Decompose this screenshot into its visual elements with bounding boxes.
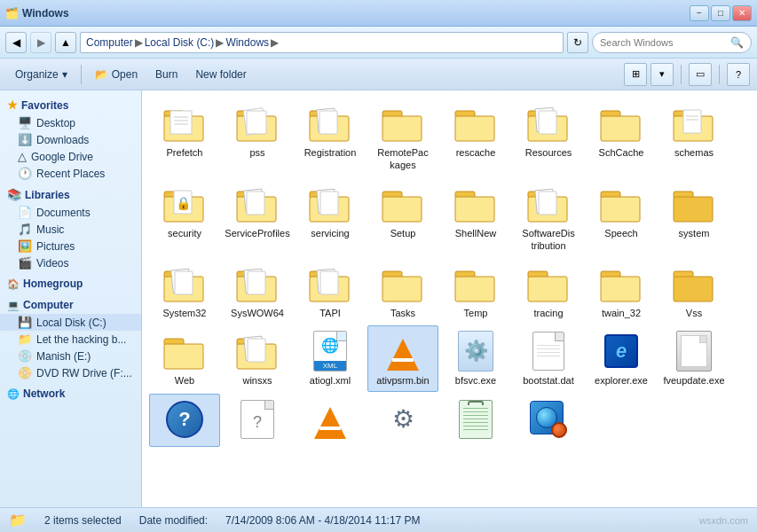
pss-icon [236,102,279,145]
file-item-explorer[interactable]: e explorer.exe [586,325,657,391]
svg-rect-15 [382,116,422,141]
computer-label: Computer [23,299,74,311]
file-item-system32[interactable]: System32 [149,258,220,324]
help-circle-icon: ? [166,401,203,438]
system32-icon [163,262,206,305]
sidebar-item-googledrive[interactable]: △ Google Drive [0,148,141,165]
maximize-button[interactable]: □ [711,5,730,21]
file-item-gem[interactable] [513,394,584,447]
file-item-syswow64[interactable]: SysWOW64 [222,258,293,324]
file-item-setup[interactable]: Setup [367,178,438,257]
sidebar-item-hacking[interactable]: 📁 Let the hacking b... [0,331,141,348]
sidebar-item-dvd[interactable]: 📀 DVD RW Drive (F:... [0,364,141,381]
title-bar: 🗂️ Windows − □ ✕ [0,0,757,27]
file-item-security[interactable]: 🔒 security [149,178,220,257]
close-button[interactable]: ✕ [732,5,752,21]
syswow64-label: SysWOW64 [231,307,284,319]
file-item-tapi[interactable]: TAPI [295,258,366,324]
sidebar-item-videos[interactable]: 🎬 Videos [0,254,141,271]
file-item-pss[interactable]: pss [222,98,293,176]
libraries-header[interactable]: 📚 Libraries [0,185,141,204]
sidebar-item-desktop[interactable]: 🖥️ Desktop [0,114,141,131]
file-item-winsxs[interactable]: winsxs [222,325,293,391]
speech-label: Speech [604,227,637,239]
libraries-icon: 📚 [7,188,21,201]
fveupdate-label: fveupdate.exe [663,374,724,387]
file-item-ativpsrm[interactable]: ativpsrm.bin [367,325,438,391]
sidebar-item-documents[interactable]: 📄 Documents [0,204,141,221]
file-item-rescache[interactable]: rescache [440,98,511,176]
search-box[interactable]: 🔍 [592,32,752,53]
file-item-registration[interactable]: Registration [295,98,366,176]
help-button[interactable]: ? [727,63,750,86]
web-label: Web [175,374,194,387]
file-item-help2[interactable]: ? [222,394,293,447]
file-item-servicing[interactable]: servicing [295,178,366,257]
burn-button[interactable]: Burn [147,62,185,87]
favorites-header[interactable]: ★ Favorites [0,96,141,114]
path-windows[interactable]: Windows [225,36,269,49]
file-item-gear[interactable]: ⚙ [367,394,438,447]
path-localdisk[interactable]: Local Disk (C:) [145,36,215,49]
file-item-temp[interactable]: Temp [440,258,511,324]
network-header[interactable]: 🌐 Network [0,385,141,403]
path-computer[interactable]: Computer [86,36,133,49]
up-button[interactable]: ▲ [55,32,76,53]
notepad-file-icon [454,398,497,441]
organize-button[interactable]: Organize ▾ [7,62,75,87]
preview-pane-button[interactable]: ▭ [689,63,712,86]
new-folder-button[interactable]: New folder [187,62,254,87]
file-item-softwaredistribution[interactable]: SoftwareDis tribution [513,178,584,257]
file-item-bootstat[interactable]: bootstat.dat [513,325,584,391]
file-item-resources[interactable]: Resources [513,98,584,176]
sidebar-item-localdisk[interactable]: 💾 Local Disk (C:) [0,314,141,331]
minimize-button[interactable]: − [690,5,709,21]
file-item-fveupdate[interactable]: fveupdate.exe [658,325,729,391]
back-button[interactable]: ◀ [5,32,27,53]
address-path[interactable]: Computer ▶ Local Disk (C:) ▶ Windows ▶ [80,32,564,53]
file-item-web[interactable]: Web [149,325,220,391]
svg-rect-9 [247,111,266,134]
file-item-help1[interactable]: ? [149,394,220,447]
servicing-icon [309,183,351,225]
gear-settings-icon: ⚙ [384,401,422,438]
sidebar-item-recentplaces[interactable]: 🕐 Recent Places [0,165,141,182]
search-input[interactable] [600,37,729,48]
file-item-prefetch[interactable]: Prefetch [149,98,220,176]
file-item-atiogl[interactable]: XML 🌐 atiogl.xml [295,325,366,391]
view-large-icons-button[interactable]: ⊞ [624,63,647,86]
computer-section: 💻 Computer 💾 Local Disk (C:) 📁 Let the h… [0,296,141,381]
window-icon: 🗂️ [5,7,19,20]
file-item-tasks[interactable]: Tasks [367,258,438,324]
svg-rect-26 [683,110,701,133]
documents-label: Documents [36,207,91,219]
search-icon: 🔍 [730,36,744,49]
sidebar-item-manish[interactable]: 💿 Manish (E:) [0,348,141,364]
forward-button[interactable]: ▶ [30,32,51,53]
computer-header[interactable]: 💻 Computer [0,296,141,314]
file-item-schcache[interactable]: SchCache [586,98,657,176]
file-item-vss[interactable]: Vss [658,258,729,324]
file-item-twain32[interactable]: twain_32 [586,258,657,324]
sidebar-item-downloads[interactable]: ⬇️ Downloads [0,131,141,148]
file-item-system[interactable]: system [658,178,729,257]
file-item-shellnew[interactable]: ShellNew [440,178,511,257]
homegroup-header[interactable]: 🏠 Homegroup [0,275,141,293]
sidebar-item-pictures[interactable]: 🖼️ Pictures [0,238,141,254]
file-item-vlc2[interactable] [295,394,366,447]
sidebar-item-music[interactable]: 🎵 Music [0,221,141,238]
file-item-bfsvc[interactable]: ⚙️ bfsvc.exe [440,325,511,391]
file-item-remotepackages[interactable]: RemotePac kages [367,98,438,176]
file-item-speech[interactable]: Speech [586,178,657,257]
file-item-notepad[interactable] [440,394,511,447]
path-sep3: ▶ [271,36,279,49]
view-dropdown-button[interactable]: ▾ [651,63,674,86]
toolbar-right: ⊞ ▾ ▭ ? [624,63,750,86]
file-item-tracing[interactable]: tracing [513,258,584,324]
open-button[interactable]: 📂 Open [87,62,146,87]
file-item-serviceprofiles[interactable]: ServiceProfiles [222,178,293,257]
address-bar: ◀ ▶ ▲ Computer ▶ Local Disk (C:) ▶ Windo… [0,27,757,59]
file-item-schemas[interactable]: schemas [658,98,729,176]
refresh-button[interactable]: ↻ [567,32,588,53]
fveupdate-icon [673,330,715,372]
